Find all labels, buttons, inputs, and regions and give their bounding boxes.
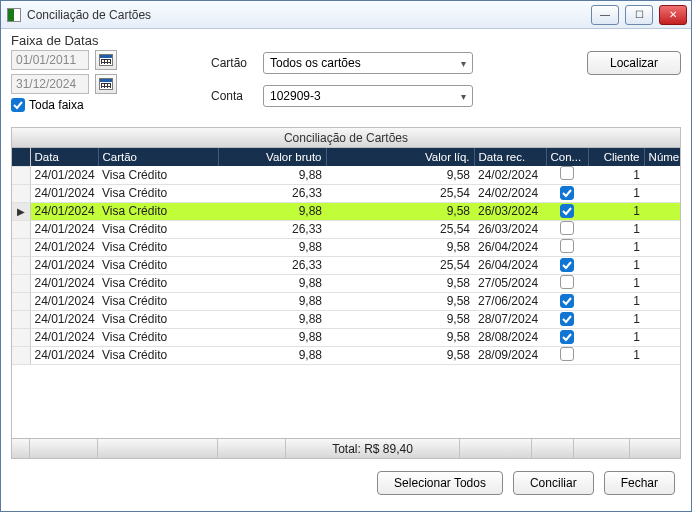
- con-checkbox[interactable]: [560, 347, 574, 361]
- con-checkbox[interactable]: [560, 186, 574, 200]
- cell-cartao: Visa Crédito: [98, 328, 218, 346]
- date-start-input[interactable]: [11, 50, 89, 70]
- table-row[interactable]: 24/01/2024Visa Crédito26,3325,5424/02/20…: [12, 184, 680, 202]
- cell-valor-bruto: 9,88: [218, 310, 326, 328]
- conta-value: 102909-3: [270, 89, 321, 103]
- cell-cartao: Visa Crédito: [98, 202, 218, 220]
- minimize-button[interactable]: —: [591, 5, 619, 25]
- action-bar: Selecionar Todos Conciliar Fechar: [11, 459, 681, 501]
- con-checkbox[interactable]: [560, 166, 574, 180]
- cell-cartao: Visa Crédito: [98, 346, 218, 364]
- chevron-down-icon: ▾: [461, 91, 466, 102]
- con-checkbox[interactable]: [560, 239, 574, 253]
- cell-data-rec: 26/03/2024: [474, 202, 546, 220]
- calendar-icon: [99, 54, 113, 66]
- con-checkbox[interactable]: [560, 330, 574, 344]
- toda-faixa-label: Toda faixa: [29, 98, 84, 112]
- th-data[interactable]: Data: [30, 148, 98, 166]
- cell-data: 24/01/2024: [30, 310, 98, 328]
- cell-valor-bruto: 9,88: [218, 238, 326, 256]
- grid-scroll[interactable]: Data Cartão Valor bruto Valor líq. Data …: [12, 148, 680, 438]
- row-marker: [12, 256, 30, 274]
- grid-footer: Total: R$ 89,40: [12, 438, 680, 458]
- row-marker: [12, 292, 30, 310]
- table-row[interactable]: 24/01/2024Visa Crédito9,889,5828/08/2024…: [12, 328, 680, 346]
- cell-cartao: Visa Crédito: [98, 220, 218, 238]
- maximize-button[interactable]: ☐: [625, 5, 653, 25]
- row-marker: [12, 310, 30, 328]
- cell-data: 24/01/2024: [30, 328, 98, 346]
- con-checkbox[interactable]: [560, 294, 574, 308]
- cell-con: [546, 274, 588, 292]
- cell-valor-bruto: 9,88: [218, 274, 326, 292]
- con-checkbox[interactable]: [560, 258, 574, 272]
- row-marker: [12, 166, 30, 184]
- cell-cliente: 1: [588, 328, 644, 346]
- cell-con: [546, 310, 588, 328]
- con-checkbox[interactable]: [560, 312, 574, 326]
- cell-cliente: 1: [588, 274, 644, 292]
- table-row[interactable]: 24/01/2024Visa Crédito26,3325,5426/04/20…: [12, 256, 680, 274]
- close-button[interactable]: ✕: [659, 5, 687, 25]
- table-row[interactable]: 24/01/2024Visa Crédito9,889,5827/05/2024…: [12, 274, 680, 292]
- cell-data-rec: 28/09/2024: [474, 346, 546, 364]
- th-valor-liq[interactable]: Valor líq.: [326, 148, 474, 166]
- th-cartao[interactable]: Cartão: [98, 148, 218, 166]
- conta-combo[interactable]: 102909-3 ▾: [263, 85, 473, 107]
- th-numero[interactable]: Número: [644, 148, 680, 166]
- cell-valor-bruto: 26,33: [218, 184, 326, 202]
- cell-data: 24/01/2024: [30, 238, 98, 256]
- chevron-down-icon: ▾: [461, 58, 466, 69]
- grid-title: Conciliação de Cartões: [12, 128, 680, 148]
- cell-data-rec: 24/02/2024: [474, 166, 546, 184]
- cell-con: [546, 220, 588, 238]
- table-row[interactable]: 24/01/2024Visa Crédito9,889,5828/07/2024…: [12, 310, 680, 328]
- th-con[interactable]: Con...: [546, 148, 588, 166]
- table-row[interactable]: 24/01/2024Visa Crédito9,889,5828/09/2024…: [12, 346, 680, 364]
- th-valor-bruto[interactable]: Valor bruto: [218, 148, 326, 166]
- date-end-input[interactable]: [11, 74, 89, 94]
- cell-numero: [644, 238, 680, 256]
- grid-table: Data Cartão Valor bruto Valor líq. Data …: [12, 148, 680, 365]
- app-icon: [7, 8, 21, 22]
- selecionar-todos-button[interactable]: Selecionar Todos: [377, 471, 503, 495]
- conciliar-button[interactable]: Conciliar: [513, 471, 594, 495]
- con-checkbox[interactable]: [560, 204, 574, 218]
- table-row[interactable]: 24/01/2024Visa Crédito26,3325,5426/03/20…: [12, 220, 680, 238]
- date-end-picker[interactable]: [95, 74, 117, 94]
- cell-data-rec: 27/06/2024: [474, 292, 546, 310]
- cell-data-rec: 26/04/2024: [474, 238, 546, 256]
- cell-numero: [644, 310, 680, 328]
- row-marker: [12, 328, 30, 346]
- cell-cliente: 1: [588, 256, 644, 274]
- cell-cliente: 1: [588, 202, 644, 220]
- cell-data-rec: 27/05/2024: [474, 274, 546, 292]
- fechar-button[interactable]: Fechar: [604, 471, 675, 495]
- cell-cliente: 1: [588, 184, 644, 202]
- toda-faixa-checkbox[interactable]: [11, 98, 25, 112]
- th-cliente[interactable]: Cliente: [588, 148, 644, 166]
- cell-valor-bruto: 9,88: [218, 346, 326, 364]
- row-marker: [12, 220, 30, 238]
- table-row[interactable]: 24/01/2024Visa Crédito9,889,5827/06/2024…: [12, 292, 680, 310]
- cell-cartao: Visa Crédito: [98, 256, 218, 274]
- localizar-button[interactable]: Localizar: [587, 51, 681, 75]
- cell-valor-liq: 25,54: [326, 184, 474, 202]
- con-checkbox[interactable]: [560, 275, 574, 289]
- date-start-picker[interactable]: [95, 50, 117, 70]
- con-checkbox[interactable]: [560, 221, 574, 235]
- table-row[interactable]: 24/01/2024Visa Crédito9,889,5826/04/2024…: [12, 238, 680, 256]
- cell-con: [546, 238, 588, 256]
- cell-data: 24/01/2024: [30, 346, 98, 364]
- cartao-combo[interactable]: Todos os cartões ▾: [263, 52, 473, 74]
- table-row[interactable]: ▶24/01/2024Visa Crédito9,889,5826/03/202…: [12, 202, 680, 220]
- th-data-rec[interactable]: Data rec.: [474, 148, 546, 166]
- cell-data-rec: 28/07/2024: [474, 310, 546, 328]
- cell-data: 24/01/2024: [30, 274, 98, 292]
- cell-data: 24/01/2024: [30, 184, 98, 202]
- cell-cartao: Visa Crédito: [98, 310, 218, 328]
- cell-cartao: Visa Crédito: [98, 292, 218, 310]
- cell-valor-bruto: 26,33: [218, 256, 326, 274]
- table-row[interactable]: 24/01/2024Visa Crédito9,889,5824/02/2024…: [12, 166, 680, 184]
- faixa-title: Faixa de Datas: [11, 33, 191, 48]
